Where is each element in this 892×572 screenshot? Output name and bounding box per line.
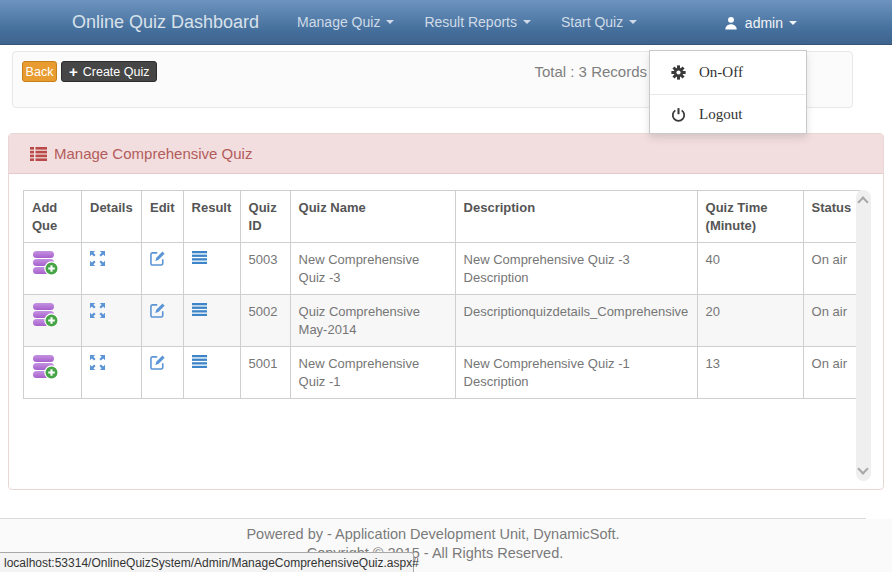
result-action-cell[interactable] [183,295,240,347]
result-list-icon [192,355,207,368]
quiz-time-cell: 20 [697,295,803,347]
quiz-time-cell: 13 [697,347,803,399]
footer-powered-by: Powered by - Application Development Uni… [0,526,892,542]
edit-action-cell[interactable] [142,243,184,295]
description-cell: New Comprehensive Quiz -1 Description [455,347,697,399]
menu-item-on-off[interactable]: On-Off [650,51,806,94]
column-header: Result [183,191,240,243]
chevron-down-icon [789,21,797,25]
username-label: admin [745,15,783,31]
details-action-cell[interactable] [82,243,142,295]
menu-item-label: On-Off [699,64,743,81]
panel-header: Manage Comprehensive Quiz [9,134,883,174]
result-action-cell[interactable] [183,347,240,399]
back-button-label: Back [26,65,54,79]
browser-status-bar: localhost:53314/OnlineQuizSystem/Admin/M… [0,552,414,572]
add-question-icon [32,355,59,380]
table-header-row: Add QueDetailsEditResultQuiz IDQuiz Name… [24,191,860,243]
column-header: Quiz Name [290,191,455,243]
column-header: Quiz Time (Minute) [697,191,803,243]
edit-icon [150,303,165,318]
user-icon [724,16,738,30]
quiz-table: Add QueDetailsEditResultQuiz IDQuiz Name… [23,190,860,399]
add-action-cell[interactable] [24,347,82,399]
nav-item-label: Manage Quiz [297,14,380,30]
list-icon [30,147,47,161]
menu-item-label: Logout [699,106,742,123]
add-question-icon [32,251,59,276]
edit-action-cell[interactable] [142,295,184,347]
details-action-cell[interactable] [82,295,142,347]
edit-icon [150,355,165,370]
chevron-down-icon [523,20,531,24]
user-dropdown-menu: On-Off Logout [649,50,807,134]
expand-details-icon [90,303,105,318]
column-header: Description [455,191,697,243]
status-cell: On air [803,347,860,399]
description-cell: Descriptionquizdetails_Comprehensive [455,295,697,347]
add-question-icon [32,303,59,328]
scroll-up-icon[interactable] [857,196,868,207]
edit-icon [150,251,165,266]
column-header: Status [803,191,860,243]
description-cell: New Comprehensive Quiz -3 Description [455,243,697,295]
gear-icon [671,65,686,80]
menu-item-logout[interactable]: Logout [650,95,806,133]
quiz-time-cell: 40 [697,243,803,295]
quiz-name-cell: Quiz Comprehensive May-2014 [290,295,455,347]
chevron-down-icon [629,20,637,24]
quiz-id-cell: 5002 [240,295,290,347]
quiz-name-cell: New Comprehensive Quiz -1 [290,347,455,399]
table-row: 5001New Comprehensive Quiz -1New Compreh… [24,347,860,399]
table-row: 5003New Comprehensive Quiz -3New Compreh… [24,243,860,295]
column-header: Quiz ID [240,191,290,243]
chevron-down-icon [386,20,394,24]
quiz-id-cell: 5001 [240,347,290,399]
quiz-id-cell: 5003 [240,243,290,295]
create-quiz-button[interactable]: +Create Quiz [61,61,157,82]
table-scrollbar[interactable] [856,190,871,481]
plus-icon: + [69,63,78,80]
quiz-name-cell: New Comprehensive Quiz -3 [290,243,455,295]
navbar: Online Quiz Dashboard Manage Quiz Result… [0,0,892,45]
manage-quiz-panel: Manage Comprehensive Quiz Add QueDetails… [8,133,884,490]
table-body: 5003New Comprehensive Quiz -3New Compreh… [24,243,860,399]
edit-action-cell[interactable] [142,347,184,399]
nav-menu: Manage Quiz Result Reports Start Quiz [297,14,667,30]
scroll-down-icon[interactable] [857,463,868,474]
status-url: localhost:53314/OnlineQuizSystem/Admin/M… [4,556,419,570]
nav-item-label: Start Quiz [561,14,623,30]
back-button[interactable]: Back [22,61,57,82]
column-header: Details [82,191,142,243]
panel-title: Manage Comprehensive Quiz [54,145,252,162]
nav-item-label: Result Reports [424,14,517,30]
result-list-icon [192,303,207,316]
add-action-cell[interactable] [24,243,82,295]
nav-item-manage-quiz[interactable]: Manage Quiz [297,14,394,30]
total-records-text: Total : 3 Records [513,63,647,80]
details-action-cell[interactable] [82,347,142,399]
nav-item-start-quiz[interactable]: Start Quiz [561,14,637,30]
app-title: Online Quiz Dashboard [72,12,259,33]
expand-details-icon [90,355,105,370]
power-icon [671,107,686,122]
result-action-cell[interactable] [183,243,240,295]
table-row: 5002Quiz Comprehensive May-2014Descripti… [24,295,860,347]
result-list-icon [192,251,207,264]
add-action-cell[interactable] [24,295,82,347]
column-header: Edit [142,191,184,243]
column-header: Add Que [24,191,82,243]
create-quiz-label: Create Quiz [83,65,150,79]
status-cell: On air [803,243,860,295]
status-cell: On air [803,295,860,347]
nav-item-result-reports[interactable]: Result Reports [424,14,531,30]
user-menu-toggle[interactable]: admin [724,0,797,45]
expand-details-icon [90,251,105,266]
